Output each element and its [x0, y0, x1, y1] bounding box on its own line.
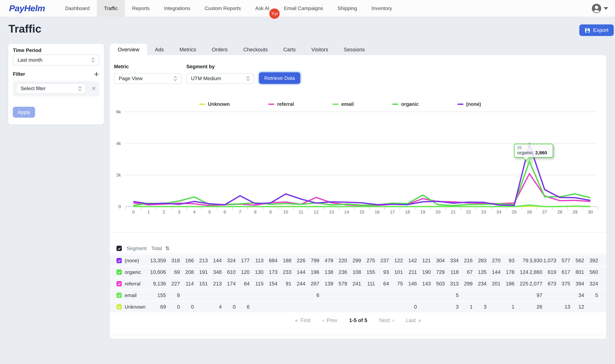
tab-checkouts[interactable]: Checkouts [236, 44, 276, 55]
tab-carts[interactable]: Carts [276, 44, 304, 55]
value-cell: 190 [418, 269, 432, 275]
payhelm-logo[interactable]: PayHelm [9, 0, 45, 17]
sort-icon[interactable]: ⇅ [165, 245, 170, 251]
legend-item-organic[interactable]: organic [392, 101, 419, 107]
segment-name: referral [125, 281, 140, 286]
filter-select[interactable]: Select filter [16, 83, 86, 94]
time-period-select[interactable]: Last month [13, 54, 99, 65]
tab-sessions[interactable]: Sessions [336, 44, 373, 55]
value-cell: 283 [474, 258, 488, 263]
try-badge[interactable]: Try! [269, 8, 280, 19]
value-cell: 93 [376, 269, 390, 275]
value-cell: 213 [195, 258, 209, 263]
value-cell: 64 [376, 281, 390, 287]
legend-swatch [333, 104, 338, 105]
user-menu-caret-icon[interactable] [604, 7, 608, 10]
value-cell: 2,077 [529, 281, 543, 287]
pagination-prev[interactable]: ‹Prev [322, 317, 337, 323]
legend-item-unknown[interactable]: Unknown [199, 101, 230, 107]
tooltip-value-line: organic: 2,860 [517, 150, 550, 155]
value-cell: 97 [529, 292, 543, 298]
value-cell: 801 [571, 269, 585, 275]
user-menu[interactable] [591, 3, 608, 13]
value-cell: 799 [306, 258, 320, 263]
value-cell: 392 [585, 258, 599, 263]
user-avatar-icon[interactable] [591, 3, 602, 13]
total-column-header[interactable]: Total [151, 246, 162, 251]
value-cell: 275 [362, 258, 376, 263]
double-chevron-left-icon: « [295, 317, 298, 323]
value-cell: 101 [390, 269, 404, 275]
nav-item-email-campaigns[interactable]: Email Campaigns [277, 0, 330, 17]
filter-row: Select filter ✕ [13, 81, 99, 96]
nav-item-shipping[interactable]: Shipping [330, 0, 364, 17]
pagination-next[interactable]: Next› [379, 317, 394, 323]
nav-item-custom-reports[interactable]: Custom Reports [197, 0, 248, 17]
legend-label: referral [277, 101, 294, 107]
select-chevrons-icon [78, 85, 82, 92]
legend-swatch [457, 104, 463, 105]
segment-column-header: Segment [126, 246, 147, 251]
value-cell: 173 [265, 269, 278, 275]
total-cell: 13,359 [143, 258, 167, 263]
value-cell: 166 [181, 258, 195, 263]
row-checkbox[interactable] [117, 281, 122, 286]
legend-item-referral[interactable]: referral [268, 101, 294, 107]
time-period-label: Time Period [13, 48, 41, 53]
remove-filter-icon[interactable]: ✕ [92, 85, 96, 92]
nav-item-traffic[interactable]: Traffic [97, 0, 125, 17]
legend-item-none[interactable]: (none) [457, 101, 481, 107]
tab-visitors[interactable]: Visitors [303, 44, 336, 55]
legend-item-email[interactable]: email [333, 101, 354, 107]
tab-overview[interactable]: Overview [110, 44, 147, 55]
value-cell: 579 [334, 281, 348, 287]
nav-item-ask-ai[interactable]: Ask AITry! [248, 0, 277, 17]
value-cell: 287 [306, 281, 320, 287]
pagination-last[interactable]: Last» [406, 317, 421, 323]
value-cell: 151 [195, 281, 209, 287]
nav-item-integrations[interactable]: Integrations [157, 0, 197, 17]
pagination-first[interactable]: «First [295, 317, 311, 323]
total-cell: 155 [143, 292, 167, 298]
row-checkbox[interactable] [117, 258, 122, 263]
value-cell: 225 [515, 281, 529, 287]
row-checkbox[interactable] [117, 304, 122, 310]
chevron-right-icon: › [392, 317, 394, 323]
select-all-checkbox[interactable] [117, 246, 122, 251]
segment-name: (none) [125, 258, 139, 263]
tab-orders[interactable]: Orders [204, 44, 236, 55]
value-cell: 6 [237, 304, 251, 310]
value-cell: 0 [404, 304, 418, 310]
value-cell: 67 [460, 269, 474, 275]
pagination: «First ‹Prev 1-5 of 5 Next› Last» [110, 317, 606, 323]
nav-item-label: Integrations [164, 5, 190, 11]
value-cell: 144 [209, 258, 223, 263]
pagination-counter: 1-5 of 5 [349, 317, 367, 323]
export-button[interactable]: Export [579, 25, 614, 36]
nav-item-reports[interactable]: Reports [125, 0, 157, 17]
value-cell: 26 [529, 304, 543, 310]
segment-by-select[interactable]: UTM Medium [186, 73, 254, 84]
segment-cell: email [110, 292, 143, 298]
retrieve-data-button[interactable]: Retrieve Data [259, 72, 300, 84]
value-cell: 13 [557, 304, 571, 310]
metric-select[interactable]: Page View [114, 73, 182, 84]
row-checkbox[interactable] [117, 293, 122, 298]
nav-items: DashboardTrafficReportsIntegrationsCusto… [58, 0, 399, 17]
value-cell: 196 [306, 269, 320, 275]
value-cell: 12 [571, 304, 585, 310]
nav-item-inventory[interactable]: Inventory [364, 0, 399, 17]
value-cell: 122 [390, 258, 404, 263]
value-cell: 3 [474, 304, 488, 310]
tab-ads[interactable]: Ads [147, 44, 172, 55]
apply-button[interactable]: Apply [13, 107, 35, 118]
row-checkbox[interactable] [117, 270, 122, 275]
tab-metrics[interactable]: Metrics [172, 44, 204, 55]
filter-placeholder: Select filter [21, 86, 45, 91]
legend-swatch [392, 104, 398, 105]
nav-item-dashboard[interactable]: Dashboard [58, 0, 97, 17]
add-filter-button[interactable]: + [94, 70, 99, 78]
nav-item-label: Reports [132, 5, 150, 11]
page-title: Traffic [8, 23, 41, 35]
chevron-left-icon: ‹ [322, 317, 324, 323]
